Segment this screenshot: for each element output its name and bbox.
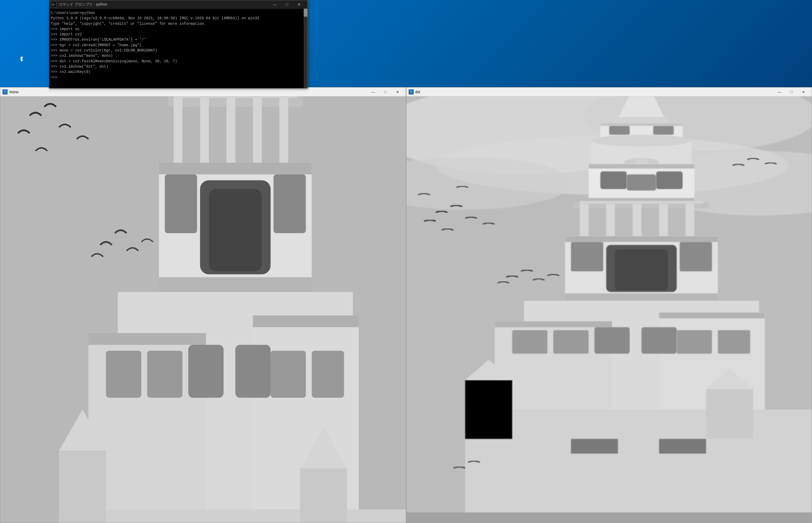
- svg-rect-94: [632, 204, 641, 239]
- svg-rect-41: [274, 174, 306, 233]
- svg-rect-115: [465, 410, 812, 523]
- dst-maximize-button[interactable]: □: [785, 88, 797, 96]
- svg-rect-34: [253, 98, 262, 168]
- mono-minimize-button[interactable]: —: [367, 88, 380, 96]
- cmd-line-4: >>> import os: [51, 26, 306, 32]
- svg-rect-106: [494, 322, 612, 327]
- svg-rect-85: [588, 164, 694, 168]
- svg-rect-109: [512, 330, 548, 354]
- svg-rect-49: [147, 351, 183, 398]
- mono-close-button[interactable]: ✕: [392, 88, 404, 96]
- cmd-content-area[interactable]: C:\Users\user>python Python 3.9.9 (tags/…: [49, 9, 307, 88]
- svg-rect-114: [718, 330, 750, 354]
- cmd-titlebar-left: C:\ コマンド プロンプト - python: [51, 2, 107, 7]
- svg-rect-120: [406, 512, 812, 523]
- cmd-line-8: >>> mono = cv2.cvtColor(bgr, cv2.COLOR_B…: [51, 48, 306, 53]
- svg-rect-45: [89, 333, 206, 345]
- svg-rect-112: [641, 327, 677, 354]
- cmd-line-11: >>> cv2.imshow("dst", dst): [51, 64, 306, 69]
- svg-rect-102: [680, 242, 712, 271]
- cmd-close-button[interactable]: ✕: [293, 0, 305, 9]
- cmd-window-controls: — □ ✕: [269, 0, 305, 9]
- cmd-minimize-button[interactable]: —: [269, 0, 281, 9]
- svg-rect-47: [253, 315, 359, 327]
- svg-rect-118: [706, 389, 753, 439]
- svg-rect-54: [59, 509, 406, 523]
- cmd-line-6: >>> IMROOT=os.environ['LOCALAPPDATA'] + …: [51, 37, 306, 42]
- mono-titlebar: mono — □ ✕: [0, 87, 406, 96]
- svg-rect-92: [579, 204, 588, 239]
- svg-point-4: [3, 92, 5, 93]
- svg-rect-110: [553, 330, 589, 354]
- svg-rect-42: [159, 277, 312, 292]
- svg-rect-96: [685, 204, 694, 239]
- svg-rect-35: [279, 98, 288, 168]
- svg-text:C:\: C:\: [52, 3, 56, 6]
- svg-rect-98: [565, 236, 718, 242]
- svg-rect-39: [209, 189, 262, 272]
- image-windows-container: mono — □ ✕: [0, 87, 812, 523]
- svg-rect-51: [235, 345, 271, 398]
- svg-rect-116: [465, 380, 512, 439]
- svg-rect-87: [600, 172, 627, 189]
- svg-point-65: [409, 92, 411, 93]
- dst-image-body: [406, 96, 812, 523]
- svg-rect-121: [571, 439, 618, 454]
- mono-maximize-button[interactable]: □: [380, 88, 392, 96]
- svg-rect-88: [656, 172, 682, 189]
- dst-image-content: [406, 96, 812, 523]
- cmd-scrollbar-thumb[interactable]: [304, 9, 307, 17]
- svg-rect-33: [226, 98, 235, 168]
- dst-window-title: dst: [416, 90, 420, 94]
- cmd-line-9: >>> cv2.imshow("mono", mono): [51, 53, 306, 58]
- svg-point-5: [5, 92, 7, 93]
- svg-rect-95: [659, 204, 667, 239]
- dst-titlebar: dst — □ ✕: [406, 87, 812, 96]
- svg-rect-79: [653, 126, 673, 135]
- svg-rect-111: [594, 327, 630, 354]
- svg-rect-55: [59, 451, 106, 523]
- mono-window-title: mono: [9, 90, 18, 94]
- svg-rect-40: [165, 174, 197, 233]
- mono-app-icon: [2, 89, 8, 94]
- svg-rect-91: [579, 201, 703, 204]
- svg-rect-31: [173, 98, 182, 168]
- svg-rect-74: [615, 117, 668, 123]
- dst-app-icon: [408, 89, 414, 94]
- cmd-title: コマンド プロンプト - python: [59, 2, 107, 7]
- cmd-line-12: >>> cv2.waitKey(0): [51, 69, 306, 74]
- cmd-line-13: >>>: [51, 75, 306, 80]
- svg-rect-50: [188, 345, 224, 398]
- svg-rect-37: [159, 163, 312, 175]
- dst-minimize-button[interactable]: —: [773, 88, 785, 96]
- cmd-line-3: Type "help", "copyright", "credits" or "…: [51, 21, 306, 26]
- dst-close-button[interactable]: ✕: [797, 88, 810, 96]
- mono-titlebar-left: mono: [2, 89, 18, 94]
- dst-titlebar-left: dst: [408, 89, 420, 94]
- dst-window-controls: — □ ✕: [773, 88, 810, 96]
- svg-rect-100: [615, 249, 668, 291]
- svg-point-3: [4, 90, 6, 92]
- mono-image-window: mono — □ ✕: [0, 87, 406, 523]
- svg-rect-52: [271, 351, 306, 398]
- svg-point-64: [410, 90, 412, 92]
- svg-rect-89: [627, 174, 656, 191]
- cmd-scrollbar[interactable]: [304, 9, 307, 88]
- svg-rect-53: [312, 351, 344, 398]
- svg-rect-101: [571, 242, 603, 271]
- svg-rect-108: [659, 312, 765, 318]
- svg-rect-32: [200, 98, 209, 168]
- svg-rect-113: [677, 330, 712, 354]
- cmd-prompt-window: C:\ コマンド プロンプト - python — □ ✕ C:\Users\u…: [49, 0, 308, 89]
- cmd-line-7: >>> bgr = cv2.imread(IMROOT + "home.jpg"…: [51, 42, 306, 48]
- svg-point-81: [591, 135, 691, 147]
- cmd-line-10: >>> dst = cv2.fastNlMeansDenoising(mono,…: [51, 59, 306, 64]
- svg-point-66: [411, 92, 413, 93]
- cmd-app-icon: C:\: [51, 2, 56, 7]
- cmd-line-5: >>> import cv2: [51, 32, 306, 37]
- svg-rect-48: [106, 351, 142, 398]
- dst-image-window: dst — □ ✕: [406, 87, 812, 523]
- mono-image-body: [0, 96, 406, 523]
- cmd-maximize-button[interactable]: □: [281, 0, 293, 9]
- svg-rect-122: [659, 439, 706, 454]
